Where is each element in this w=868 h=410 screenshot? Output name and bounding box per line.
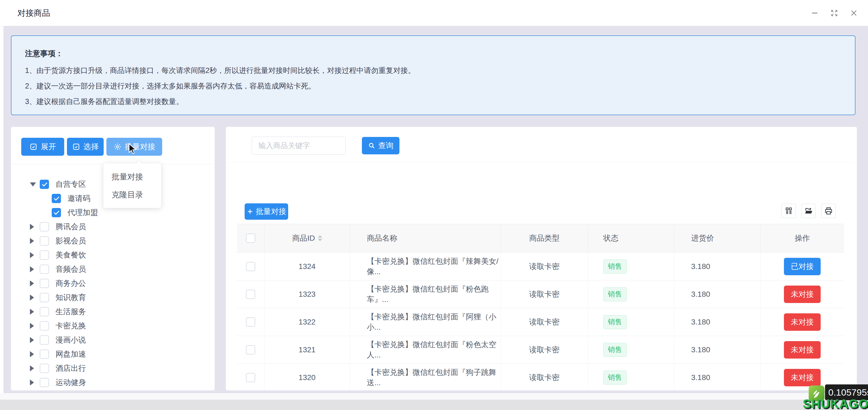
menu-item-clone-directory[interactable]: 克隆目录: [103, 186, 161, 204]
tree-arrow-slot: [30, 182, 40, 186]
expand-arrow-icon[interactable]: [30, 281, 34, 286]
tree-item-label: 生活服务: [56, 306, 86, 317]
expand-button-label: 展开: [41, 142, 56, 152]
batch-dock-add-button[interactable]: 批量对接: [245, 203, 288, 220]
print-button[interactable]: [821, 204, 836, 218]
tree-item[interactable]: 生活服务: [11, 305, 215, 319]
expand-arrow-icon[interactable]: [30, 323, 34, 329]
tree-checkbox[interactable]: [40, 265, 49, 274]
close-icon[interactable]: [849, 9, 858, 18]
tree-checkbox[interactable]: [40, 307, 49, 316]
collapse-arrow-icon[interactable]: [30, 182, 36, 186]
tree-arrow-slot: [30, 365, 40, 371]
product-id-cell: 1320: [265, 364, 350, 390]
select-all-checkbox[interactable]: [246, 234, 255, 243]
search-input[interactable]: [252, 137, 346, 155]
expand-arrow-icon[interactable]: [30, 365, 34, 371]
tree-item-label: 自营专区: [56, 179, 86, 189]
expand-arrow-icon[interactable]: [30, 224, 34, 230]
tree-checkbox[interactable]: [40, 364, 49, 373]
tree-checkbox[interactable]: [52, 194, 61, 203]
row-checkbox[interactable]: [246, 290, 255, 299]
product-type-cell: 读取卡密: [501, 364, 588, 390]
tree-item[interactable]: 知识教育: [11, 291, 215, 305]
tree-item[interactable]: 运动健身: [11, 375, 215, 389]
tree-checkbox[interactable]: [40, 378, 49, 387]
column-settings-button[interactable]: [781, 204, 796, 218]
product-id-cell: 1324: [265, 253, 350, 280]
tree-item[interactable]: 商务办公: [11, 276, 215, 291]
row-checkbox[interactable]: [246, 373, 255, 382]
product-id-cell: 1322: [265, 308, 350, 336]
product-name-cell: 【卡密兑换】微信红包封面『粉色跑车』...: [350, 281, 501, 308]
product-type-cell: 读取卡密: [501, 336, 588, 363]
status-cell: 销售: [588, 308, 674, 336]
tree-item[interactable]: 卡密兑换: [11, 319, 215, 333]
tree-checkbox[interactable]: [40, 335, 49, 345]
tree-item[interactable]: 酒店出行: [11, 361, 215, 375]
maximize-icon[interactable]: [830, 9, 839, 18]
dock-action-button[interactable]: 未对接: [784, 369, 820, 386]
notice-title: 注意事项：: [25, 49, 839, 59]
batch-dock-button-label: 批量对接: [125, 142, 155, 152]
expand-arrow-icon[interactable]: [30, 380, 34, 385]
tree-item[interactable]: 影视会员: [11, 234, 215, 248]
expand-arrow-icon[interactable]: [30, 337, 34, 343]
column-header-product-type: 商品类型: [501, 224, 588, 252]
product-name-cell: 【卡密兑换】微信红包封面『粉色太空人...: [350, 336, 501, 363]
tree-checkbox[interactable]: [40, 236, 49, 245]
product-type-cell: 读取卡密: [501, 308, 588, 336]
tree-checkbox[interactable]: [40, 350, 49, 359]
dock-action-button[interactable]: 未对接: [784, 313, 820, 331]
tree-arrow-slot: [30, 238, 40, 244]
product-name-cell: 【卡密兑换】微信红包封面『阿狸（小小...: [350, 308, 501, 336]
query-button[interactable]: 查询: [362, 137, 399, 154]
export-button[interactable]: [801, 204, 816, 218]
tree-item-label: 邀请码: [67, 193, 90, 204]
sort-icon[interactable]: [318, 235, 322, 241]
tree-item[interactable]: 网盘加速: [11, 347, 215, 361]
tree-item[interactable]: 漫画小说: [11, 333, 215, 347]
tree-item-label: 网盘加速: [56, 349, 86, 359]
window-title: 对接商品: [18, 0, 50, 26]
minimize-icon[interactable]: [810, 9, 819, 18]
tree-checkbox[interactable]: [40, 251, 49, 260]
select-all-cell: [237, 224, 265, 252]
tree-item-label: 腾讯会员: [56, 222, 86, 232]
expand-arrow-icon[interactable]: [30, 238, 34, 244]
expand-button[interactable]: 展开: [21, 138, 64, 156]
tree-item[interactable]: 美食餐饮: [11, 248, 215, 262]
column-header-label: 商品ID: [292, 233, 315, 243]
products-panel: 查询 批量对接 商品ID: [226, 127, 857, 390]
tree-checkbox[interactable]: [40, 222, 49, 231]
tree-checkbox[interactable]: [52, 208, 61, 217]
tree-checkbox[interactable]: [40, 321, 49, 330]
select-button[interactable]: 选择: [67, 138, 104, 156]
tree-arrow-slot: [30, 323, 40, 329]
tree-checkbox[interactable]: [40, 293, 49, 302]
tree-item-label: 运动健身: [56, 377, 86, 388]
expand-arrow-icon[interactable]: [30, 252, 34, 258]
tree-checkbox[interactable]: [40, 279, 49, 288]
row-checkbox[interactable]: [246, 262, 255, 271]
status-badge: 销售: [603, 343, 627, 357]
tree-item-label: 音频会员: [56, 264, 86, 274]
action-cell: 已对接: [761, 253, 844, 280]
tree-arrow-slot: [30, 266, 40, 272]
expand-arrow-icon[interactable]: [30, 266, 34, 272]
expand-arrow-icon[interactable]: [30, 351, 34, 357]
row-checkbox[interactable]: [246, 317, 255, 327]
row-checkbox[interactable]: [246, 345, 255, 354]
tree-item[interactable]: 腾讯会员: [11, 220, 215, 234]
dock-action-button[interactable]: 已对接: [784, 258, 820, 275]
tree-item[interactable]: 音频会员: [11, 262, 215, 276]
dock-action-button[interactable]: 未对接: [784, 286, 820, 303]
menu-item-batch-dock[interactable]: 批量对接: [103, 168, 161, 186]
tree-checkbox[interactable]: [40, 180, 49, 189]
column-header-product-name: 商品名称: [350, 224, 501, 252]
column-header-purchase-price: 进货价: [674, 224, 761, 252]
dock-action-button[interactable]: 未对接: [784, 341, 820, 358]
expand-arrow-icon[interactable]: [30, 295, 34, 300]
batch-dock-dropdown-button[interactable]: 批量对接: [106, 138, 162, 156]
expand-arrow-icon[interactable]: [30, 309, 34, 315]
